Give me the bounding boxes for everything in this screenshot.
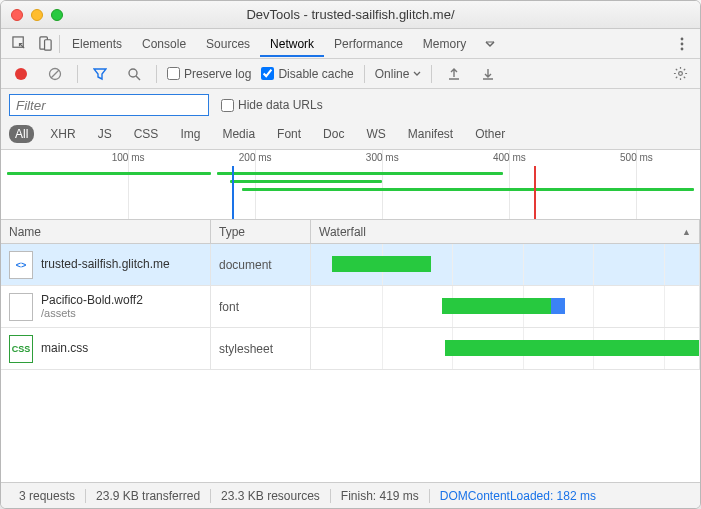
request-name: trusted-sailfish.glitch.me <box>41 257 170 271</box>
svg-point-8 <box>129 69 137 77</box>
clear-icon[interactable] <box>43 62 67 86</box>
network-toolbar: Preserve log Disable cache Online <box>1 59 700 89</box>
tab-console[interactable]: Console <box>132 31 196 57</box>
hide-data-urls-label: Hide data URLs <box>238 98 323 112</box>
type-filter-other[interactable]: Other <box>469 125 511 143</box>
timeline-tick: 200 ms <box>239 152 272 163</box>
request-row[interactable]: Pacifico-Bold.woff2/assetsfont <box>1 286 700 328</box>
settings-kebab-icon[interactable] <box>670 32 694 56</box>
column-waterfall[interactable]: Waterfall ▲ <box>311 220 700 243</box>
throttling-select[interactable]: Online <box>375 67 422 81</box>
request-name: Pacifico-Bold.woff2 <box>41 293 143 307</box>
svg-point-4 <box>681 42 684 45</box>
load-marker <box>534 166 536 219</box>
status-resources: 23.3 KB resources <box>211 489 331 503</box>
filter-input[interactable] <box>9 94 209 116</box>
request-waterfall <box>311 328 700 369</box>
type-filter-css[interactable]: CSS <box>128 125 165 143</box>
preserve-log-label: Preserve log <box>184 67 251 81</box>
panel-tabs: ElementsConsoleSourcesNetworkPerformance… <box>1 29 700 59</box>
file-icon <box>9 293 33 321</box>
request-row[interactable]: <>trusted-sailfish.glitch.medocument <box>1 244 700 286</box>
hide-data-urls-checkbox[interactable]: Hide data URLs <box>221 98 323 112</box>
timeline-tick: 400 ms <box>493 152 526 163</box>
request-row[interactable]: CSSmain.cssstylesheet <box>1 328 700 370</box>
search-icon[interactable] <box>122 62 146 86</box>
type-filter-img[interactable]: Img <box>174 125 206 143</box>
timeline-tick: 500 ms <box>620 152 653 163</box>
type-filter-js[interactable]: JS <box>92 125 118 143</box>
status-transferred: 23.9 KB transferred <box>86 489 211 503</box>
tab-network[interactable]: Network <box>260 31 324 57</box>
timeline-bar <box>7 172 210 175</box>
request-type: document <box>211 244 311 285</box>
network-settings-icon[interactable] <box>668 62 692 86</box>
status-finish: Finish: 419 ms <box>331 489 430 503</box>
svg-point-10 <box>678 72 682 76</box>
timeline-tick: 300 ms <box>366 152 399 163</box>
upload-har-icon[interactable] <box>442 62 466 86</box>
request-type: font <box>211 286 311 327</box>
type-filter-manifest[interactable]: Manifest <box>402 125 459 143</box>
window-title: DevTools - trusted-sailfish.glitch.me/ <box>1 7 700 22</box>
request-waterfall <box>311 286 700 327</box>
request-path: /assets <box>41 307 143 320</box>
disable-cache-checkbox[interactable]: Disable cache <box>261 67 353 81</box>
request-name: main.css <box>41 341 88 355</box>
download-har-icon[interactable] <box>476 62 500 86</box>
timeline-tick: 100 ms <box>112 152 145 163</box>
file-icon: <> <box>9 251 33 279</box>
request-type: stylesheet <box>211 328 311 369</box>
throttling-value: Online <box>375 67 410 81</box>
window-titlebar: DevTools - trusted-sailfish.glitch.me/ <box>1 1 700 29</box>
type-filter-row: AllXHRJSCSSImgMediaFontDocWSManifestOthe… <box>1 121 700 150</box>
more-tabs-icon[interactable] <box>478 32 502 56</box>
type-filter-ws[interactable]: WS <box>360 125 391 143</box>
type-filter-all[interactable]: All <box>9 125 34 143</box>
tab-memory[interactable]: Memory <box>413 31 476 57</box>
svg-line-9 <box>136 76 140 80</box>
requests-table-body: <>trusted-sailfish.glitch.medocumentPaci… <box>1 244 700 482</box>
timeline-overview[interactable]: 100 ms200 ms300 ms400 ms500 ms <box>1 150 700 220</box>
timeline-bar <box>242 188 693 191</box>
svg-point-3 <box>681 37 684 40</box>
tab-elements[interactable]: Elements <box>62 31 132 57</box>
svg-line-7 <box>51 70 59 78</box>
sort-indicator-icon: ▲ <box>682 227 691 237</box>
file-icon: CSS <box>9 335 33 363</box>
svg-point-5 <box>681 47 684 50</box>
timeline-bar <box>230 180 383 183</box>
status-requests: 3 requests <box>9 489 86 503</box>
device-toolbar-icon[interactable] <box>33 32 57 56</box>
tab-performance[interactable]: Performance <box>324 31 413 57</box>
preserve-log-checkbox[interactable]: Preserve log <box>167 67 251 81</box>
type-filter-doc[interactable]: Doc <box>317 125 350 143</box>
svg-rect-2 <box>44 40 51 50</box>
status-domcontentloaded: DOMContentLoaded: 182 ms <box>430 489 606 503</box>
timeline-bar <box>217 172 503 175</box>
disable-cache-label: Disable cache <box>278 67 353 81</box>
requests-table-header: Name Type Waterfall ▲ <box>1 220 700 244</box>
status-bar: 3 requests 23.9 KB transferred 23.3 KB r… <box>1 482 700 508</box>
tab-sources[interactable]: Sources <box>196 31 260 57</box>
column-name[interactable]: Name <box>1 220 211 243</box>
request-waterfall <box>311 244 700 285</box>
dcl-marker <box>232 166 234 219</box>
inspect-element-icon[interactable] <box>7 32 31 56</box>
type-filter-media[interactable]: Media <box>216 125 261 143</box>
filter-row: Hide data URLs <box>1 89 700 121</box>
chevron-down-icon <box>413 70 421 78</box>
type-filter-font[interactable]: Font <box>271 125 307 143</box>
type-filter-xhr[interactable]: XHR <box>44 125 81 143</box>
column-type[interactable]: Type <box>211 220 311 243</box>
filter-icon[interactable] <box>88 62 112 86</box>
record-button[interactable] <box>9 62 33 86</box>
